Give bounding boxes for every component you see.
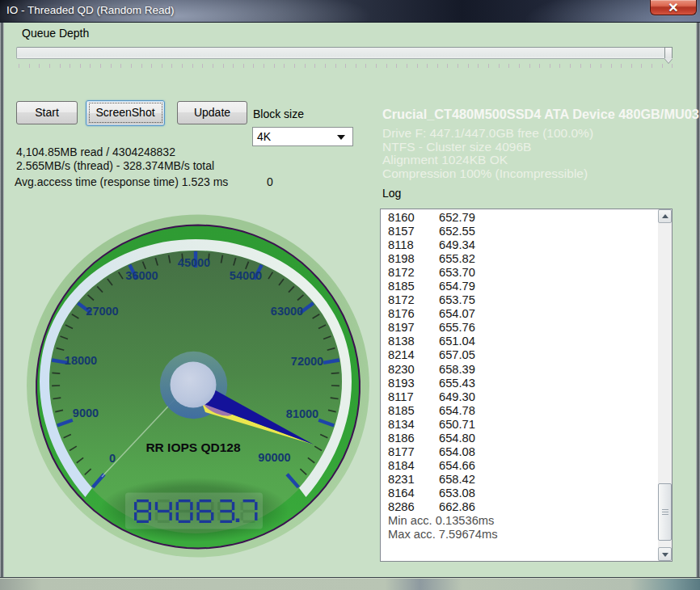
- svg-text:54000: 54000: [230, 269, 262, 282]
- svg-text:45000: 45000: [178, 256, 210, 269]
- svg-text:72000: 72000: [291, 355, 323, 368]
- svg-text:27000: 27000: [86, 305, 118, 318]
- svg-text:18000: 18000: [65, 354, 97, 367]
- svg-text:RR IOPS QD128: RR IOPS QD128: [145, 440, 241, 454]
- svg-text:9000: 9000: [73, 407, 99, 419]
- svg-text:63000: 63000: [271, 305, 303, 318]
- svg-text:81000: 81000: [286, 407, 318, 420]
- svg-text:90000: 90000: [258, 451, 290, 464]
- svg-text:36000: 36000: [125, 269, 158, 282]
